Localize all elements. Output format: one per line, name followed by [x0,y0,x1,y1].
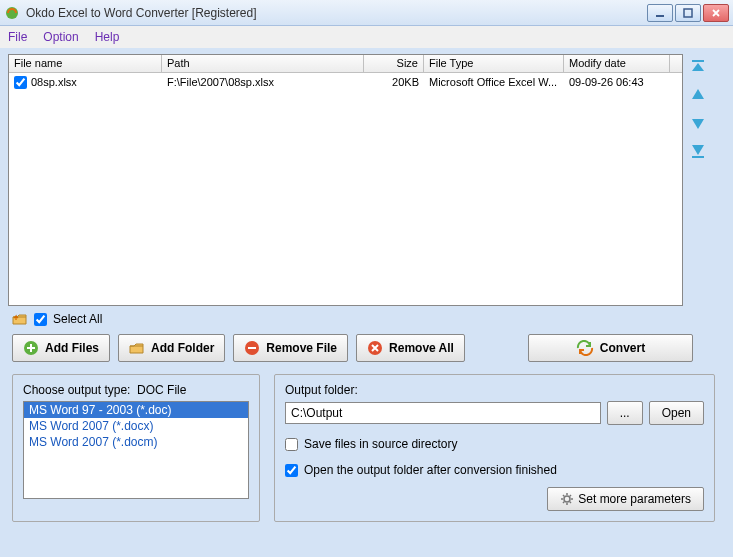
add-folder-label: Add Folder [151,341,214,355]
gear-icon [560,492,574,506]
cell-modifydate: 09-09-26 06:43 [564,75,670,89]
open-after-checkbox[interactable] [285,464,298,477]
more-parameters-label: Set more parameters [578,492,691,506]
window-controls [647,4,729,22]
cell-filename: 08sp.xlsx [31,76,77,88]
format-option[interactable]: MS Word 97 - 2003 (*.doc) [24,402,248,418]
x-icon [367,340,383,356]
select-all-checkbox[interactable] [34,313,47,326]
minimize-button[interactable] [647,4,673,22]
save-source-label: Save files in source directory [304,437,457,451]
reorder-buttons [689,54,707,306]
svg-line-14 [563,495,564,496]
up-folder-icon[interactable] [12,312,28,326]
col-filename[interactable]: File name [9,55,162,72]
move-up-button[interactable] [689,86,707,104]
open-folder-button[interactable]: Open [649,401,704,425]
client-area: File name Path Size File Type Modify dat… [0,48,733,530]
svg-rect-7 [248,347,256,349]
col-path[interactable]: Path [162,55,364,72]
row-checkbox[interactable] [14,76,27,89]
minus-icon [244,340,260,356]
app-icon [4,5,20,21]
select-all-row: Select All [8,306,725,334]
col-spacer [670,55,682,72]
add-files-button[interactable]: Add Files [12,334,110,362]
table-header: File name Path Size File Type Modify dat… [9,55,682,73]
add-folder-button[interactable]: Add Folder [118,334,225,362]
svg-rect-3 [692,60,704,62]
folder-icon [129,341,145,355]
output-folder-group: Output folder: ... Open Save files in so… [274,374,715,522]
open-after-label: Open the output folder after conversion … [304,463,557,477]
output-folder-input[interactable] [285,402,601,424]
more-parameters-button[interactable]: Set more parameters [547,487,704,511]
menu-help[interactable]: Help [95,30,120,44]
svg-rect-2 [684,9,692,17]
file-list[interactable]: File name Path Size File Type Modify dat… [8,54,683,306]
output-folder-label: Output folder: [285,383,704,397]
move-top-button[interactable] [689,58,707,76]
svg-rect-4 [692,156,704,158]
menu-file[interactable]: File [8,30,27,44]
action-buttons: Add Files Add Folder Remove File Remove … [8,334,725,362]
titlebar: Okdo Excel to Word Converter [Registered… [0,0,733,26]
bottom-panel: Choose output type: DOC File MS Word 97 … [8,374,725,522]
col-modifydate[interactable]: Modify date [564,55,670,72]
col-filetype[interactable]: File Type [424,55,564,72]
format-option[interactable]: MS Word 2007 (*.docx) [24,418,248,434]
window-title: Okdo Excel to Word Converter [Registered… [26,6,647,20]
move-bottom-button[interactable] [689,142,707,160]
convert-button[interactable]: Convert [528,334,693,362]
add-files-label: Add Files [45,341,99,355]
select-all-label: Select All [53,312,102,326]
svg-line-16 [570,495,571,496]
svg-point-9 [564,496,570,502]
plus-icon [23,340,39,356]
col-size[interactable]: Size [364,55,424,72]
svg-line-17 [563,502,564,503]
menubar: File Option Help [0,26,733,48]
format-option[interactable]: MS Word 2007 (*.docm) [24,434,248,450]
move-down-button[interactable] [689,114,707,132]
convert-icon [576,340,594,356]
remove-all-label: Remove All [389,341,454,355]
cell-filetype: Microsoft Office Excel W... [424,75,564,89]
menu-option[interactable]: Option [43,30,78,44]
remove-file-label: Remove File [266,341,337,355]
svg-line-15 [570,502,571,503]
maximize-button[interactable] [675,4,701,22]
convert-label: Convert [600,341,645,355]
format-listbox[interactable]: MS Word 97 - 2003 (*.doc) MS Word 2007 (… [23,401,249,499]
close-button[interactable] [703,4,729,22]
browse-button[interactable]: ... [607,401,643,425]
svg-rect-1 [656,15,664,17]
remove-file-button[interactable]: Remove File [233,334,348,362]
save-source-checkbox[interactable] [285,438,298,451]
remove-all-button[interactable]: Remove All [356,334,465,362]
output-type-label: Choose output type: DOC File [23,383,249,397]
table-row[interactable]: 08sp.xlsx F:\File\2007\08sp.xlsx 20KB Mi… [9,73,682,91]
cell-size: 20KB [364,75,424,89]
cell-path: F:\File\2007\08sp.xlsx [162,75,364,89]
output-type-group: Choose output type: DOC File MS Word 97 … [12,374,260,522]
